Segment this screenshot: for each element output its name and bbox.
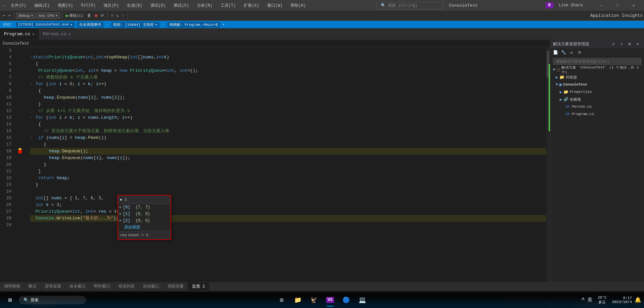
- tooltip-val-0: {7, 7}: [136, 204, 150, 211]
- menu-project[interactable]: 项目(P): [101, 2, 122, 9]
- tab-program-cs-close[interactable]: ✕: [32, 32, 35, 36]
- props-expand: ▶: [560, 90, 562, 94]
- menu-extensions[interactable]: 扩展(X): [241, 2, 262, 9]
- taskbar-app-0[interactable]: ⊞: [274, 293, 289, 307]
- toolbar-redo[interactable]: ↪: [7, 13, 12, 18]
- step-out-btn[interactable]: ↑: [121, 13, 126, 18]
- tab-program-cs[interactable]: Program.cs ✕: [0, 28, 39, 40]
- tree-program-cs[interactable]: C# Program.cs: [550, 110, 644, 118]
- minimize-btn[interactable]: —: [594, 0, 609, 11]
- tree-dependencies[interactable]: ▶ 🔗 依赖项: [550, 96, 644, 103]
- taskbar-app-edge[interactable]: 🦅: [307, 293, 321, 307]
- live-share-btn[interactable]: Live Share: [559, 3, 583, 8]
- tab-bar: Program.cs ✕ Person.cs ✕: [0, 28, 644, 40]
- search-box[interactable]: 🔍 搜索 (Ctrl+Q): [376, 2, 444, 9]
- tree-properties[interactable]: ▶ 📁 Properties: [550, 88, 644, 96]
- vertical-scrollbar[interactable]: [546, 47, 550, 282]
- taskbar-search[interactable]: 🔍 搜索: [19, 296, 86, 304]
- refresh-btn[interactable]: ↺: [568, 49, 575, 56]
- play-button[interactable]: ▶ 继续(C): [64, 12, 85, 19]
- restart-button[interactable]: ⟳: [99, 13, 105, 18]
- taskbar-app-terminal[interactable]: 💻: [355, 293, 370, 307]
- app-insights-btn[interactable]: Application Insights: [590, 13, 643, 18]
- panel-settings-btn[interactable]: ⚙: [626, 41, 633, 48]
- breakpoint-indicator[interactable]: [18, 150, 22, 154]
- project-icon: ▣: [559, 82, 562, 87]
- maximize-btn[interactable]: □: [610, 0, 625, 11]
- lifecycle-btn[interactable]: 生命周期事件: [77, 22, 103, 28]
- bottom-tab-breakpoints[interactable]: 断点: [25, 283, 41, 291]
- menu-build[interactable]: 生成(B): [124, 2, 145, 9]
- taskbar-app-vs[interactable]: VS: [323, 293, 337, 307]
- panel-close-btn[interactable]: ✕: [634, 41, 641, 48]
- show-properties-btn[interactable]: 🔧: [560, 49, 567, 56]
- bottom-tab-errors[interactable]: 错误列表: [114, 283, 139, 291]
- bottom-tab-auto[interactable]: 自动窗口: [139, 283, 164, 291]
- title-bar-right: R Live Share — □ ✕: [546, 0, 641, 11]
- solution-search-input[interactable]: [553, 58, 641, 65]
- bottom-tab-exceptions[interactable]: 异常设置: [41, 283, 65, 291]
- code-area[interactable]: 3 4 5 6 7 8 9 10 11 12 13 14 15 16 17: [0, 47, 550, 282]
- tooltip-row-1[interactable]: ▶ [1] {8, 8}: [118, 211, 171, 217]
- thread-dropdown[interactable]: 线程: [15684] 主线程 ▾: [111, 22, 159, 28]
- taskbar-tray-expand[interactable]: ^: [581, 297, 585, 303]
- tooltip-row-2[interactable]: ▶ [2] {9, 9}: [118, 217, 171, 224]
- panel-icons: ⤢ ⚡ ⚙ ✕: [610, 41, 641, 48]
- tab-person-cs-close[interactable]: ✕: [68, 32, 71, 36]
- editor-container[interactable]: ConsoleTest 3 4 5 6 7 8 9 10 11 12 13 14: [0, 40, 550, 282]
- title-bar: ✦ 文件(F) 编辑(E) 视图(V) Git(G) 项目(P) 生成(B) 调…: [0, 0, 644, 11]
- bottom-tab-locals[interactable]: 局部变量: [164, 283, 188, 291]
- debug-config-dropdown[interactable]: Debug ▾: [16, 12, 36, 19]
- stop-button[interactable]: ■: [93, 12, 99, 19]
- menu-git[interactable]: Git(G): [78, 2, 98, 8]
- tooltip-raw-view[interactable]: 原始视图: [118, 224, 171, 231]
- taskbar-lang-icon[interactable]: 英: [588, 297, 592, 303]
- show-all-files-btn[interactable]: 📄: [552, 49, 559, 56]
- toolbar-undo[interactable]: ↩: [1, 13, 6, 18]
- start-button[interactable]: ⊞: [3, 293, 17, 307]
- bottom-tab-watch1[interactable]: 监视 1: [188, 283, 209, 291]
- stack-chevron: ▾: [223, 22, 225, 27]
- collapse-btn[interactable]: ⊟: [576, 49, 583, 56]
- tree-consoletest-project[interactable]: ▼ ▣ ConsoleTest: [550, 81, 644, 88]
- clock[interactable]: 9:17 2023/10/4: [612, 296, 632, 304]
- pause-button[interactable]: ⏸: [85, 12, 93, 19]
- notification-icon[interactable]: 🔔: [635, 297, 641, 303]
- platform-dropdown[interactable]: Any CPU ▾: [36, 12, 60, 19]
- platform-label: Any CPU: [39, 14, 54, 18]
- menu-tools[interactable]: 工具(T): [218, 2, 239, 9]
- taskbar-app-1[interactable]: 📁: [290, 293, 305, 307]
- taskbar-app-vscode[interactable]: 🔵: [339, 293, 354, 307]
- code-line-20: }: [30, 161, 546, 168]
- toolbar-sep3: [107, 12, 107, 19]
- tooltip-row-0[interactable]: ▶ [0] {7, 7}: [118, 204, 171, 211]
- menu-window[interactable]: 窗口(W): [265, 2, 285, 9]
- code-line-21: }: [30, 168, 546, 175]
- close-btn[interactable]: ✕: [626, 0, 641, 11]
- menu-file[interactable]: 文件(F): [8, 2, 29, 9]
- process-dropdown[interactable]: [27820] ConsoleTest.exe ▾: [16, 22, 74, 27]
- menu-view[interactable]: 视图(V): [55, 2, 76, 9]
- panel-filter-btn[interactable]: ⚡: [618, 41, 625, 48]
- bottom-tab-immediate[interactable]: 即时窗口: [90, 283, 114, 291]
- solution-explorer-panel: 解决方案资源管理器 ⤢ ⚡ ⚙ ✕ 📄 🔧 ↺ ⊟: [550, 40, 644, 282]
- menu-analyze[interactable]: 分析(N): [194, 2, 215, 9]
- tree-person-cs[interactable]: C# Person.cs: [550, 103, 644, 110]
- panel-sync-btn[interactable]: ⤢: [610, 41, 617, 48]
- step-over-btn[interactable]: ⬇: [109, 13, 114, 18]
- menu-debug[interactable]: 调试(D): [148, 2, 169, 9]
- menu-test[interactable]: 测试(S): [171, 2, 192, 9]
- bottom-tab-callstack[interactable]: 调用堆栈: [0, 283, 25, 291]
- play-label: 继续(C): [69, 13, 83, 18]
- menu-edit[interactable]: 编辑(E): [32, 2, 52, 9]
- tree-solution-root[interactable]: ▼ ⬡ 解决方案 'ConsoleTest' (1 个项目，共 1 个): [550, 66, 644, 73]
- menu-help[interactable]: 帮助(H): [288, 2, 309, 9]
- bottom-tab-command[interactable]: 命令窗口: [65, 283, 90, 291]
- debug-tooltip: ▶ 2 ▶ [0] {7, 7} ▶ [1]: [118, 195, 171, 240]
- tab-person-cs[interactable]: Person.cs ✕: [39, 28, 75, 40]
- debug-config-chevron: ▾: [31, 13, 33, 18]
- code-editor[interactable]: − static PriorityQueue<int, int> topKHea…: [29, 47, 546, 282]
- step-into-btn[interactable]: ↳: [115, 13, 120, 18]
- weather-widget[interactable]: 25°C 多云: [595, 294, 609, 306]
- code-line-11: }: [30, 101, 546, 108]
